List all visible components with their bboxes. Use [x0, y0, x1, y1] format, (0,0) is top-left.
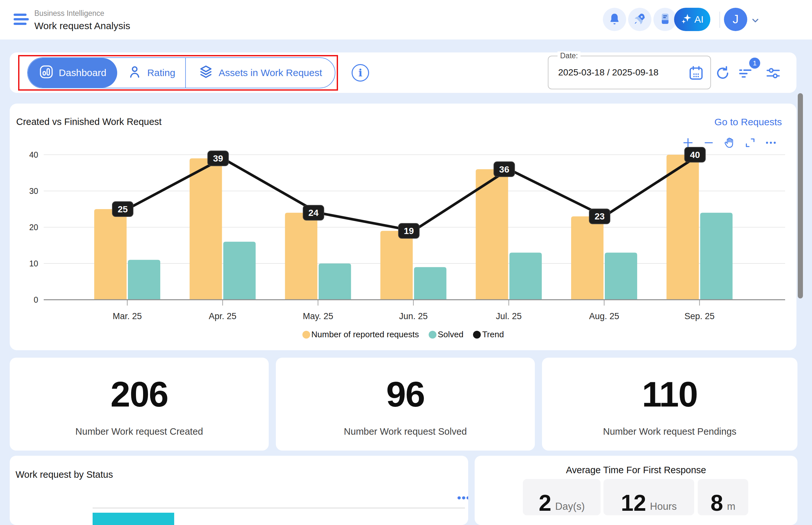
response-days-unit: Day(s) [555, 499, 585, 513]
sparkle-icon [681, 14, 692, 25]
legend-item-solved: Solved [429, 330, 463, 340]
ai-assistant-button[interactable]: AI [674, 8, 710, 31]
info-button[interactable]: i [352, 64, 369, 81]
layers-icon [198, 64, 213, 81]
chevron-down-icon[interactable] [751, 16, 759, 25]
legend-dot-trend [473, 331, 481, 339]
status-chart-axis [93, 508, 465, 509]
svg-text:40: 40 [690, 150, 700, 160]
tab-rating[interactable]: Rating [117, 58, 186, 88]
calendar-icon[interactable] [688, 65, 705, 81]
app-subtitle: Business Intelligence [34, 9, 130, 18]
refresh-button[interactable] [715, 65, 730, 81]
response-minutes-unit: m [727, 499, 736, 513]
date-field-label: Date: [558, 51, 580, 60]
header: Business Intelligence Work request Analy… [0, 0, 812, 40]
dashboard-icon [39, 64, 54, 81]
response-hours-unit: Hours [650, 499, 677, 513]
stat-value-pendings: 110 [542, 376, 797, 412]
legend-label-trend: Trend [482, 330, 504, 340]
settings-sliders-button[interactable] [765, 65, 781, 81]
tab-rating-label: Rating [147, 67, 176, 78]
chart-legend: Number of reported requests Solved Trend [10, 330, 796, 340]
svg-text:39: 39 [213, 153, 223, 163]
notifications-button[interactable] [603, 8, 626, 31]
date-range-field[interactable]: Date: 2025-03-18 / 2025-09-18 [548, 56, 711, 89]
legend-label-solved: Solved [438, 330, 463, 340]
svg-text:36: 36 [499, 164, 509, 175]
average-first-response-panel: Average Time For First Response 2 Day(s)… [475, 456, 797, 525]
svg-text:25: 25 [118, 204, 128, 214]
tab-assets-in-work-request[interactable]: Assets in Work Request [186, 58, 335, 88]
stat-card-created: 206 Number Work request Created [10, 358, 269, 451]
response-panel-title: Average Time For First Response [475, 465, 797, 476]
info-icon: i [358, 67, 362, 79]
tab-assets-label: Assets in Work Request [219, 67, 322, 78]
work-request-by-status-panel: Work request by Status ••• [10, 456, 468, 525]
rocket-icon [633, 12, 646, 27]
svg-text:Jul. 25: Jul. 25 [496, 311, 522, 321]
bell-icon [608, 12, 621, 27]
stat-card-pendings: 110 Number Work request Pendings [542, 358, 797, 451]
avatar[interactable]: J [724, 8, 747, 31]
tab-dashboard[interactable]: Dashboard [28, 58, 117, 88]
person-icon [127, 64, 142, 81]
svg-text:0: 0 [34, 295, 38, 304]
svg-text:Mar. 25: Mar. 25 [113, 311, 142, 321]
status-panel-title: Work request by Status [16, 469, 113, 480]
response-minutes-value: 8 [711, 493, 723, 513]
stat-label-created: Number Work request Created [10, 426, 269, 437]
svg-text:23: 23 [594, 211, 604, 221]
whats-new-button[interactable] [628, 8, 651, 31]
svg-text:24: 24 [309, 208, 319, 218]
svg-text:20: 20 [29, 223, 38, 232]
stat-label-pendings: Number Work request Pendings [542, 426, 797, 437]
stat-label-solved: Number Work request Solved [276, 426, 535, 437]
header-divider [719, 12, 720, 28]
filter-button[interactable] [738, 65, 753, 81]
ai-button-label: AI [694, 14, 704, 25]
response-minutes-box: 8 m [698, 479, 748, 515]
docs-button[interactable] [653, 8, 677, 31]
response-days-box: 2 Day(s) [523, 479, 601, 515]
svg-text:Aug. 25: Aug. 25 [589, 311, 619, 321]
filter-badge: 1 [749, 58, 760, 69]
svg-text:Jun. 25: Jun. 25 [399, 311, 428, 321]
hamburger-menu-button[interactable] [14, 14, 29, 27]
view-tabs: Dashboard Rating Assets in Work Request [27, 57, 336, 88]
page-scrollbar[interactable] [798, 93, 803, 298]
created-vs-finished-chart: 010203040Mar. 25Apr. 25May. 25Jun. 25Jul… [10, 104, 796, 330]
tab-dashboard-label: Dashboard [59, 67, 106, 78]
response-days-value: 2 [539, 493, 551, 513]
svg-text:Sep. 25: Sep. 25 [684, 311, 714, 321]
svg-text:May. 25: May. 25 [303, 311, 333, 321]
stat-value-created: 206 [10, 376, 269, 412]
legend-label-reported: Number of reported requests [311, 330, 419, 340]
created-vs-finished-panel: Created vs Finished Work Request Go to R… [10, 104, 796, 350]
response-hours-value: 12 [621, 493, 646, 513]
status-more-button[interactable]: ••• [457, 492, 468, 503]
stat-value-solved: 96 [276, 376, 535, 412]
date-range-value: 2025-03-18 / 2025-09-18 [558, 67, 659, 78]
legend-dot-solved [429, 331, 437, 339]
svg-text:19: 19 [404, 226, 414, 236]
svg-text:30: 30 [29, 186, 38, 195]
legend-item-trend: Trend [473, 330, 504, 340]
stat-card-solved: 96 Number Work request Solved [276, 358, 535, 451]
svg-text:40: 40 [29, 150, 38, 159]
svg-text:Apr. 25: Apr. 25 [209, 311, 237, 321]
status-chart-bar [93, 513, 174, 525]
toolbar-panel: Dashboard Rating Assets in Work Request … [10, 52, 796, 93]
legend-item-reported: Number of reported requests [302, 330, 419, 340]
book-icon [659, 12, 671, 27]
page-title: Work request Analysis [34, 20, 130, 31]
response-hours-box: 12 Hours [604, 479, 694, 515]
title-block: Business Intelligence Work request Analy… [34, 9, 130, 31]
legend-dot-reported [302, 331, 310, 339]
svg-text:10: 10 [29, 259, 38, 268]
